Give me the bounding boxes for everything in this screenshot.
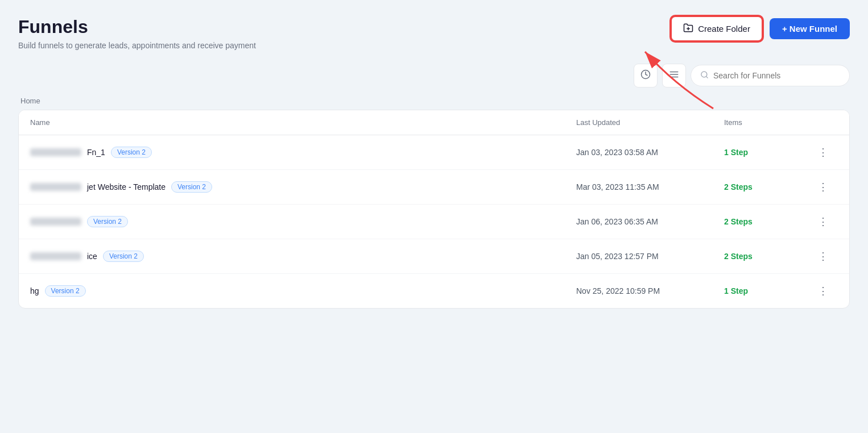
steps-cell: 1 Step	[724, 148, 815, 157]
blurred-name	[30, 218, 81, 226]
last-updated-cell: Nov 25, 2022 10:59 PM	[576, 286, 724, 295]
list-icon	[669, 69, 679, 82]
steps-cell: 2 Steps	[724, 252, 815, 261]
last-updated-cell: Jan 05, 2023 12:57 PM	[576, 252, 724, 261]
row-name-cell: Version 2	[30, 216, 576, 227]
more-options-button[interactable]: ⋮	[815, 214, 831, 230]
more-options-button[interactable]: ⋮	[815, 144, 831, 160]
table-header: Name Last Updated Items	[19, 110, 849, 135]
version-badge: Version 2	[111, 147, 152, 158]
more-options-button[interactable]: ⋮	[815, 283, 831, 299]
table-row: hg Version 2 Nov 25, 2022 10:59 PM 1 Ste…	[19, 274, 849, 308]
page-subtitle: Build funnels to generate leads, appoint…	[18, 41, 256, 50]
last-updated-cell: Mar 03, 2023 11:35 AM	[576, 182, 724, 191]
toolbar	[18, 64, 850, 88]
search-icon	[700, 70, 709, 81]
steps-cell: 2 Steps	[724, 182, 815, 191]
funnel-name: Fn_1	[87, 148, 105, 157]
page-title: Funnels	[18, 16, 256, 38]
table-row: Fn_1 Version 2 Jan 03, 2023 03:58 AM 1 S…	[19, 135, 849, 170]
funnel-name: ice	[87, 252, 97, 261]
blurred-name	[30, 183, 81, 191]
more-options-button[interactable]: ⋮	[815, 248, 831, 264]
header-actions: Create Folder + New Funnel	[671, 16, 850, 41]
row-name-cell: ice Version 2	[30, 251, 576, 262]
create-folder-label: Create Folder	[698, 24, 750, 34]
steps-cell: 2 Steps	[724, 217, 815, 226]
col-last-updated: Last Updated	[576, 118, 724, 127]
funnel-name: hg	[30, 286, 39, 295]
breadcrumb: Home	[18, 97, 850, 105]
table-row: ice Version 2 Jan 05, 2023 12:57 PM 2 St…	[19, 239, 849, 274]
table-row: jet Website - Template Version 2 Mar 03,…	[19, 170, 849, 205]
col-items: Items	[724, 118, 815, 127]
blurred-name	[30, 148, 81, 156]
history-button[interactable]	[634, 64, 658, 88]
version-badge: Version 2	[171, 181, 212, 193]
search-input[interactable]	[713, 71, 840, 80]
list-view-button[interactable]	[662, 64, 686, 88]
version-badge: Version 2	[87, 216, 128, 227]
row-name-cell: jet Website - Template Version 2	[30, 181, 576, 193]
new-funnel-label: + New Funnel	[782, 24, 837, 34]
funnel-name: jet Website - Template	[87, 182, 166, 191]
last-updated-cell: Jan 03, 2023 03:58 AM	[576, 148, 724, 157]
create-folder-button[interactable]: Create Folder	[671, 16, 763, 41]
version-badge: Version 2	[45, 285, 86, 297]
clock-icon	[640, 69, 651, 82]
search-box[interactable]	[691, 65, 850, 86]
folder-plus-icon	[683, 23, 693, 35]
last-updated-cell: Jan 06, 2023 06:35 AM	[576, 217, 724, 226]
row-name-cell: Fn_1 Version 2	[30, 147, 576, 158]
version-badge: Version 2	[103, 251, 144, 262]
table-row: Version 2 Jan 06, 2023 06:35 AM 2 Steps …	[19, 205, 849, 239]
new-funnel-button[interactable]: + New Funnel	[770, 18, 850, 39]
funnels-table: Name Last Updated Items Fn_1 Version 2 J…	[18, 110, 850, 309]
blurred-name	[30, 252, 81, 260]
svg-line-8	[706, 77, 708, 78]
row-name-cell: hg Version 2	[30, 285, 576, 297]
more-options-button[interactable]: ⋮	[815, 179, 831, 195]
steps-cell: 1 Step	[724, 286, 815, 295]
col-name: Name	[30, 118, 576, 127]
